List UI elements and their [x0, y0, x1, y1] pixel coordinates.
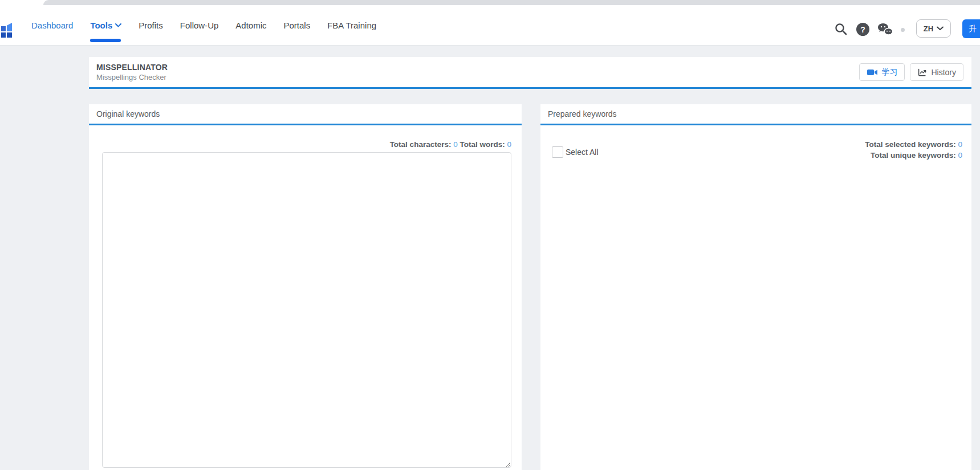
learn-button-label: 学习 — [881, 67, 897, 77]
nav-item-portals[interactable]: Portals — [284, 21, 311, 30]
language-selector[interactable]: ZH — [916, 19, 951, 38]
total-unique-value: 0 — [958, 151, 962, 160]
help-icon[interactable]: ? — [856, 23, 869, 36]
video-camera-icon — [867, 68, 878, 77]
chevron-down-icon — [115, 23, 121, 27]
page-title: MISSPELLINATOR — [96, 63, 168, 72]
notification-dot — [901, 28, 905, 32]
browser-tab-remnant — [43, 0, 980, 5]
total-unique-label: Total unique keywords: — [871, 151, 956, 160]
nav-item-follow-up[interactable]: Follow-Up — [180, 21, 219, 30]
top-navbar: Dashboard Tools Profits Follow-Up Adtomi… — [0, 5, 980, 46]
total-selected-value: 0 — [958, 140, 962, 149]
select-all-checkbox[interactable] — [552, 146, 563, 158]
original-keywords-title: Original keywords — [89, 104, 522, 125]
active-tab-underline — [90, 39, 121, 42]
nav-item-fba-training[interactable]: FBA Training — [327, 21, 376, 30]
page-subtitle: Misspellings Checker — [96, 73, 166, 81]
tool-header-card: MISSPELLINATOR Misspellings Checker 学习 H… — [89, 57, 971, 89]
total-characters-value: 0 — [453, 140, 458, 149]
chevron-down-icon — [937, 26, 944, 31]
main-nav: Dashboard Tools Profits Follow-Up Adtomi… — [0, 5, 376, 45]
total-characters-label: Total characters: — [390, 140, 452, 149]
learn-button[interactable]: 学习 — [859, 63, 905, 81]
search-icon[interactable] — [833, 22, 848, 36]
history-button[interactable]: History — [910, 63, 963, 81]
prepared-keywords-title: Prepared keywords — [540, 104, 971, 125]
chart-line-icon — [917, 67, 928, 77]
keywords-input[interactable] — [102, 152, 511, 468]
browser-strip — [0, 0, 980, 5]
total-words-label: Total words: — [459, 140, 505, 149]
original-keywords-panel: Original keywords Total characters: 0 To… — [89, 104, 522, 470]
wechat-icon[interactable] — [877, 22, 893, 36]
nav-item-dashboard[interactable]: Dashboard — [31, 21, 73, 30]
header-actions: 学习 History — [859, 63, 963, 81]
select-all-row[interactable]: Select All — [552, 146, 599, 158]
total-selected-label: Total selected keywords: — [865, 140, 956, 149]
nav-item-tools[interactable]: Tools — [90, 21, 121, 30]
prepared-keywords-panel: Prepared keywords Select All Total selec… — [540, 104, 971, 470]
history-button-label: History — [931, 68, 956, 77]
language-selector-value: ZH — [924, 24, 933, 33]
nav-item-tools-label: Tools — [90, 21, 112, 30]
upgrade-button[interactable]: 升 — [962, 19, 980, 38]
nav-item-profits[interactable]: Profits — [139, 21, 163, 30]
prepared-keywords-totals: Total selected keywords: 0 Total unique … — [865, 139, 962, 161]
original-keywords-totals: Total characters: 0 Total words: 0 — [390, 139, 511, 150]
total-words-value: 0 — [507, 140, 511, 149]
nav-item-adtomic[interactable]: Adtomic — [235, 21, 266, 30]
select-all-label: Select All — [566, 148, 599, 157]
